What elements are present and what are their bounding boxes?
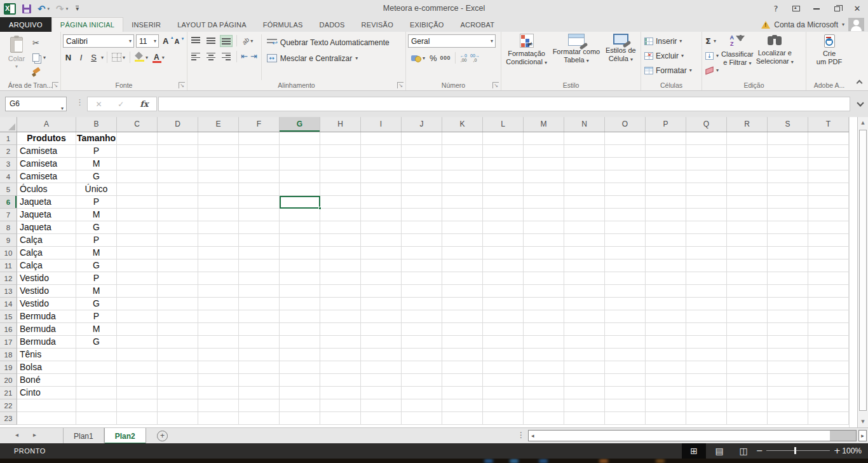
- cell-I8[interactable]: [361, 221, 402, 234]
- row-header-21[interactable]: 21: [0, 387, 17, 399]
- cell-Q8[interactable]: [686, 221, 727, 234]
- cell-A10[interactable]: Calça: [17, 247, 76, 259]
- fill-button[interactable]: ↓▾: [704, 49, 719, 62]
- cut-button[interactable]: ✂: [31, 36, 47, 49]
- cell-C12[interactable]: [117, 272, 158, 285]
- cell-R15[interactable]: [727, 310, 768, 323]
- column-header-m[interactable]: M: [524, 117, 564, 132]
- vertical-scrollbar-thumb[interactable]: [859, 130, 867, 411]
- format-cells-button[interactable]: Formatar▾: [643, 64, 700, 77]
- cell-R22[interactable]: [727, 399, 768, 412]
- tab-fórmulas[interactable]: FÓRMULAS: [255, 17, 311, 32]
- cell-Q2[interactable]: [686, 145, 727, 158]
- cell-T10[interactable]: [808, 247, 849, 259]
- cell-N15[interactable]: [564, 310, 605, 323]
- column-header-i[interactable]: I: [361, 117, 402, 132]
- cell-E19[interactable]: [198, 361, 239, 374]
- cell-O21[interactable]: [605, 387, 646, 399]
- cell-E8[interactable]: [198, 221, 239, 234]
- cell-K18[interactable]: [442, 349, 483, 361]
- cell-M9[interactable]: [524, 234, 564, 247]
- cell-I13[interactable]: [361, 285, 402, 298]
- fill-handle[interactable]: [318, 207, 322, 210]
- cell-D8[interactable]: [158, 221, 198, 234]
- cell-I10[interactable]: [361, 247, 402, 259]
- cell-A18[interactable]: Tênis: [17, 349, 76, 361]
- cancel-icon[interactable]: ✕: [95, 100, 102, 109]
- cell-M21[interactable]: [524, 387, 564, 399]
- cell-E13[interactable]: [198, 285, 239, 298]
- cell-I9[interactable]: [361, 234, 402, 247]
- cell-S15[interactable]: [768, 310, 808, 323]
- cell-P13[interactable]: [646, 285, 686, 298]
- cell-T14[interactable]: [808, 298, 849, 310]
- cell-E9[interactable]: [198, 234, 239, 247]
- cell-N1[interactable]: [564, 132, 605, 145]
- underline-caret-icon[interactable]: ▾: [101, 55, 104, 60]
- cell-S12[interactable]: [768, 272, 808, 285]
- cell-T8[interactable]: [808, 221, 849, 234]
- cell-J14[interactable]: [402, 298, 442, 310]
- cell-S11[interactable]: [768, 259, 808, 272]
- cell-C2[interactable]: [117, 145, 158, 158]
- cell-O15[interactable]: [605, 310, 646, 323]
- cell-J19[interactable]: [402, 361, 442, 374]
- cell-P14[interactable]: [646, 298, 686, 310]
- cell-Q1[interactable]: [686, 132, 727, 145]
- cell-I23[interactable]: [361, 412, 402, 425]
- row-header-8[interactable]: 8: [0, 221, 17, 234]
- cell-T19[interactable]: [808, 361, 849, 374]
- cell-C4[interactable]: [117, 170, 158, 183]
- cell-M15[interactable]: [524, 310, 564, 323]
- cell-E6[interactable]: [198, 196, 239, 209]
- cell-F6[interactable]: [239, 196, 280, 209]
- cell-I7[interactable]: [361, 209, 402, 221]
- cell-Q13[interactable]: [686, 285, 727, 298]
- align-middle-button[interactable]: [205, 35, 217, 47]
- cell-R12[interactable]: [727, 272, 768, 285]
- cell-D7[interactable]: [158, 209, 198, 221]
- comma-style-button[interactable]: 000: [440, 55, 451, 61]
- cell-K23[interactable]: [442, 412, 483, 425]
- cell-E15[interactable]: [198, 310, 239, 323]
- cell-R1[interactable]: [727, 132, 768, 145]
- cell-S22[interactable]: [768, 399, 808, 412]
- cell-R7[interactable]: [727, 209, 768, 221]
- cell-B9[interactable]: P: [76, 234, 117, 247]
- cell-B18[interactable]: [76, 349, 117, 361]
- cell-I18[interactable]: [361, 349, 402, 361]
- align-bottom-button[interactable]: [220, 35, 233, 47]
- cell-L22[interactable]: [483, 399, 524, 412]
- ribbon-display-button[interactable]: [788, 2, 804, 16]
- row-header-9[interactable]: 9: [0, 234, 17, 247]
- column-header-f[interactable]: F: [239, 117, 280, 132]
- tab-revisão[interactable]: REVISÃO: [353, 17, 402, 32]
- cell-H17[interactable]: [320, 336, 361, 349]
- cell-A14[interactable]: Vestido: [17, 298, 76, 310]
- account-area[interactable]: Conta da Microsoft ▾: [761, 17, 864, 32]
- cell-P6[interactable]: [646, 196, 686, 209]
- cell-M22[interactable]: [524, 399, 564, 412]
- cell-D3[interactable]: [158, 158, 198, 170]
- zoom-slider-track[interactable]: [766, 450, 830, 451]
- cell-E16[interactable]: [198, 323, 239, 336]
- cell-O2[interactable]: [605, 145, 646, 158]
- cell-G4[interactable]: [280, 170, 320, 183]
- row-header-13[interactable]: 13: [0, 285, 17, 298]
- cell-G11[interactable]: [280, 259, 320, 272]
- cell-S6[interactable]: [768, 196, 808, 209]
- cell-T3[interactable]: [808, 158, 849, 170]
- cell-I22[interactable]: [361, 399, 402, 412]
- cell-C11[interactable]: [117, 259, 158, 272]
- cell-L15[interactable]: [483, 310, 524, 323]
- cell-E10[interactable]: [198, 247, 239, 259]
- horizontal-scrollbar[interactable]: ◂: [528, 430, 857, 441]
- column-header-a[interactable]: A: [17, 117, 76, 132]
- cell-L1[interactable]: [483, 132, 524, 145]
- cell-I11[interactable]: [361, 259, 402, 272]
- underline-button[interactable]: S: [88, 53, 99, 62]
- cell-B6[interactable]: P: [76, 196, 117, 209]
- cell-J20[interactable]: [402, 374, 442, 387]
- insert-function-icon[interactable]: fx: [140, 99, 148, 109]
- cell-K11[interactable]: [442, 259, 483, 272]
